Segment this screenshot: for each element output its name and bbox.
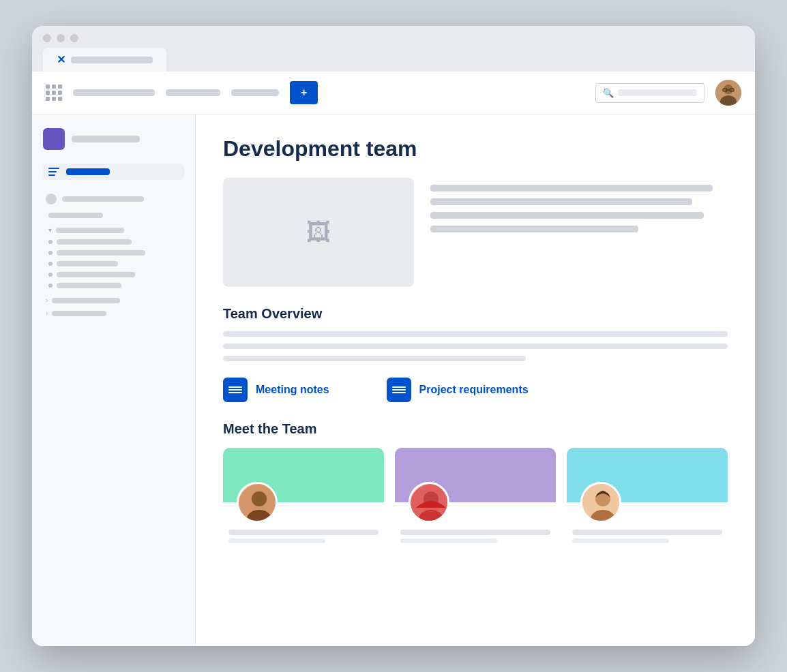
search-input[interactable] xyxy=(618,89,697,96)
content-line-3 xyxy=(223,356,526,361)
content-line-2 xyxy=(223,343,728,349)
filter-line-2 xyxy=(48,171,57,172)
search-icon: 🔍 xyxy=(603,88,614,98)
meet-team-title: Meet the Team xyxy=(223,421,728,437)
doc-line-1 xyxy=(228,386,242,388)
sidebar-expand-label xyxy=(52,298,120,303)
chevron-right-icon: › xyxy=(46,296,48,304)
tree-dot-icon xyxy=(48,240,53,244)
doc-line-3 xyxy=(392,392,406,393)
content-line-1 xyxy=(223,331,728,337)
grid-dot xyxy=(46,97,50,101)
traffic-light-yellow[interactable] xyxy=(57,34,65,42)
sidebar-tree-label xyxy=(56,228,124,233)
hero-text-line-1 xyxy=(430,185,713,192)
team-member-avatar-3 xyxy=(580,482,621,523)
grid-dot xyxy=(46,85,50,89)
main-content: Development team 🖼 Team Overview xyxy=(196,114,755,646)
nav-link-2[interactable] xyxy=(166,89,220,96)
overview-text xyxy=(223,331,728,361)
grid-dot xyxy=(58,85,62,89)
main-layout: ▾ › xyxy=(32,114,755,646)
tree-dot-icon xyxy=(48,251,53,255)
doc-icon-lines xyxy=(389,384,409,396)
grid-dot xyxy=(58,97,62,101)
browser-chrome: ✕ xyxy=(32,26,755,72)
doc-line-1 xyxy=(392,386,406,388)
sidebar-filter-row[interactable] xyxy=(43,164,184,180)
image-placeholder-icon: 🖼 xyxy=(306,218,331,247)
nav-link-1[interactable] xyxy=(73,89,155,96)
user-avatar[interactable] xyxy=(715,80,741,106)
page-title: Development team xyxy=(223,136,728,162)
tree-dot-icon xyxy=(48,262,53,266)
sidebar-item-label xyxy=(57,283,121,288)
sidebar-tree-item-3[interactable] xyxy=(43,261,184,266)
apps-icon[interactable] xyxy=(46,85,62,101)
team-member-card-2[interactable] xyxy=(395,448,556,543)
team-cards xyxy=(223,448,728,543)
traffic-light-green[interactable] xyxy=(70,34,78,42)
sidebar-item-label xyxy=(62,196,144,202)
filter-line-1 xyxy=(48,168,59,169)
sidebar-tree-item-1[interactable] xyxy=(43,239,184,245)
space-name xyxy=(72,136,140,142)
meeting-notes-card[interactable]: Meeting notes xyxy=(223,378,329,402)
team-member-card-1[interactable] xyxy=(223,448,384,543)
sidebar-item-label xyxy=(57,239,132,245)
filter-icon xyxy=(48,168,59,176)
browser-controls xyxy=(43,34,744,42)
team-member-name-2 xyxy=(400,530,550,535)
sidebar-item-label xyxy=(57,250,145,256)
sidebar-tree-item-2[interactable] xyxy=(43,250,184,256)
team-member-avatar-2 xyxy=(409,482,449,523)
sidebar-space-item[interactable] xyxy=(43,128,184,150)
hero-text-line-2 xyxy=(430,198,692,205)
page-cards-row: Meeting notes Project requirements xyxy=(223,378,728,402)
meeting-notes-icon xyxy=(223,378,248,402)
sidebar-tree-item-4[interactable] xyxy=(43,272,184,277)
project-requirements-icon xyxy=(387,378,411,402)
tab-bar: ✕ xyxy=(43,48,744,72)
confluence-tab-icon: ✕ xyxy=(57,53,65,66)
space-icon xyxy=(43,128,65,150)
team-member-avatar-1 xyxy=(237,482,278,523)
nav-link-3[interactable] xyxy=(231,89,279,96)
team-member-card-3[interactable] xyxy=(567,448,728,543)
sidebar-item-circle[interactable] xyxy=(46,194,184,204)
team-overview-title: Team Overview xyxy=(223,306,728,322)
search-bar[interactable]: 🔍 xyxy=(595,83,704,103)
sidebar-tree-parent[interactable]: ▾ xyxy=(48,226,184,234)
sidebar-item-label xyxy=(57,261,118,266)
sidebar-expand-1[interactable]: › xyxy=(46,296,184,304)
hero-image: 🖼 xyxy=(223,178,414,287)
sidebar-circle-icon xyxy=(46,194,57,204)
team-member-name-1 xyxy=(228,530,378,535)
sidebar-expand-label xyxy=(52,311,106,316)
tree-dot-icon xyxy=(48,273,53,277)
chevron-icon: ▾ xyxy=(48,226,52,234)
grid-dot xyxy=(46,91,50,95)
browser-tab[interactable]: ✕ xyxy=(43,48,166,72)
tab-title xyxy=(71,57,153,63)
create-button[interactable]: + xyxy=(290,81,318,104)
sidebar-tree-item-5[interactable] xyxy=(43,283,184,288)
svg-point-1 xyxy=(724,85,733,94)
top-nav: + 🔍 xyxy=(32,72,755,114)
doc-icon-lines xyxy=(226,384,245,396)
hero-text-line-4 xyxy=(430,226,638,232)
grid-dot xyxy=(52,91,56,95)
chevron-right-icon: › xyxy=(46,309,48,317)
team-member-role-3 xyxy=(572,538,669,543)
team-member-name-3 xyxy=(572,530,722,535)
grid-dot xyxy=(58,91,62,95)
grid-dot xyxy=(52,85,56,89)
grid-dot xyxy=(52,97,56,101)
filter-active-pill xyxy=(66,168,110,175)
traffic-light-red[interactable] xyxy=(43,34,51,42)
hero-text-line-3 xyxy=(430,212,704,219)
sidebar-expand-2[interactable]: › xyxy=(46,309,184,317)
project-requirements-card[interactable]: Project requirements xyxy=(387,378,529,402)
doc-line-3 xyxy=(228,392,242,393)
doc-line-2 xyxy=(392,389,406,391)
